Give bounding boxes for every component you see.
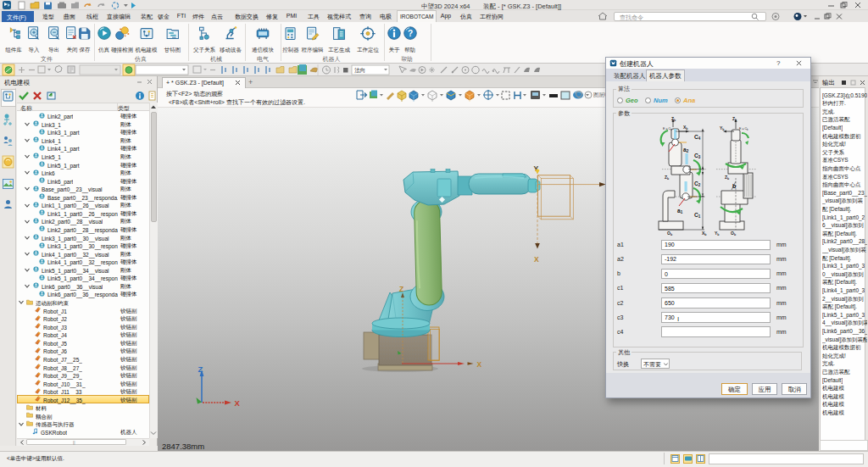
svg-text:E = Cb: E = Cb [739, 127, 748, 131]
svg-text:Xb: Xb [702, 231, 706, 236]
svg-text:C2: C2 [694, 181, 701, 187]
svg-text:E = Cb: E = Cb [663, 127, 672, 131]
svg-text:Z: Z [399, 285, 403, 293]
svg-text:X: X [477, 360, 482, 369]
svg-text:Z: Z [198, 364, 203, 374]
svg-text:Zb: Zb [732, 116, 737, 122]
svg-text:C1: C1 [694, 212, 701, 219]
svg-text:X: X [235, 398, 241, 408]
svg-text:C3: C3 [694, 153, 701, 159]
svg-text:Xb: Xb [683, 125, 687, 131]
svg-text:Zb: Zb [725, 175, 729, 181]
svg-text:C4: C4 [694, 134, 701, 141]
svg-text:Ob: Ob [731, 231, 736, 236]
svg-text:Zb: Zb [665, 175, 669, 181]
svg-text:X: X [534, 255, 539, 264]
svg-text:a1: a1 [677, 208, 683, 214]
svg-text:Yb: Yb [715, 231, 719, 236]
svg-text:Ob: Ob [667, 231, 672, 236]
svg-text:Zb: Zb [671, 116, 676, 122]
svg-text:?: ? [407, 29, 412, 38]
svg-text:a2: a2 [683, 147, 689, 153]
svg-text:Yb: Yb [720, 125, 724, 131]
